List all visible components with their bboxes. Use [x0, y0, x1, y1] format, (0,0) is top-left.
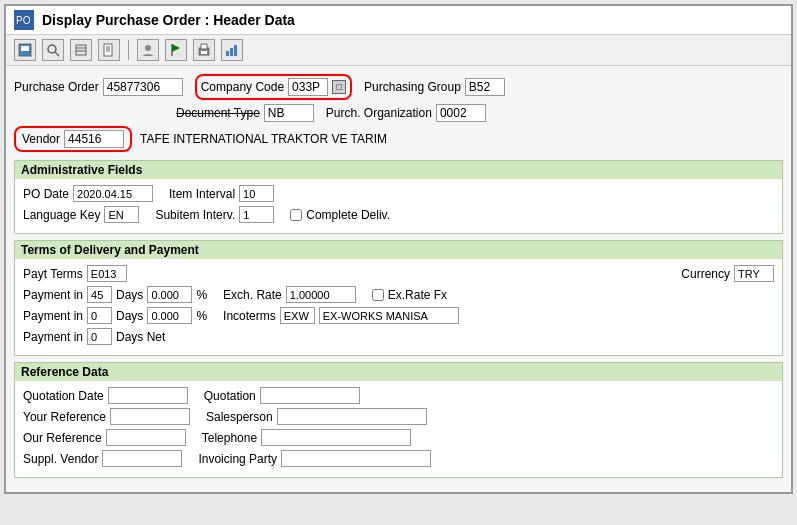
document-type-field: Document Type [176, 104, 314, 122]
suppl-vendor-input[interactable] [102, 450, 182, 467]
svg-marker-15 [172, 44, 180, 52]
toolbar-btn-user[interactable] [137, 39, 159, 61]
svg-rect-6 [76, 45, 86, 55]
purchasing-group-input[interactable] [465, 78, 505, 96]
document-type-label: Document Type [176, 106, 260, 120]
subitem-interv-input[interactable] [239, 206, 274, 223]
incoterms-field: Incoterms [223, 307, 459, 324]
purchase-order-field: Purchase Order [14, 78, 183, 96]
svg-point-13 [145, 45, 151, 51]
po-date-label: PO Date [23, 187, 69, 201]
pct-label2: % [196, 309, 207, 323]
vendor-input[interactable] [64, 130, 124, 148]
our-reference-input[interactable] [106, 429, 186, 446]
your-reference-input[interactable] [110, 408, 190, 425]
complete-deliv-group: Complete Deliv. [290, 208, 390, 222]
suppl-vendor-field: Suppl. Vendor [23, 450, 182, 467]
payment3-days-input[interactable] [87, 328, 112, 345]
incoterms-value-input[interactable] [319, 307, 459, 324]
svg-rect-3 [21, 46, 29, 51]
ex-rate-fx-checkbox[interactable] [372, 289, 384, 301]
admin-section-header: Administrative Fields [15, 161, 782, 179]
toolbar-btn-print[interactable] [193, 39, 215, 61]
purchasing-group-label: Purchasing Group [364, 80, 461, 94]
quotation-date-field: Quotation Date [23, 387, 188, 404]
toolbar-btn-save[interactable] [14, 39, 36, 61]
incoterms-code-input[interactable] [280, 307, 315, 324]
our-reference-label: Our Reference [23, 431, 102, 445]
item-interval-label: Item Interval [169, 187, 235, 201]
quotation-input[interactable] [260, 387, 360, 404]
toolbar [6, 35, 791, 66]
currency-input[interactable] [734, 265, 774, 282]
payment1-days-input[interactable] [87, 286, 112, 303]
svg-rect-17 [201, 44, 207, 49]
suppl-vendor-label: Suppl. Vendor [23, 452, 98, 466]
pct-label1: % [196, 288, 207, 302]
incoterms-label: Incoterms [223, 309, 276, 323]
company-code-circle: Company Code □ [195, 74, 352, 100]
payment2-field: Payment in Days % [23, 307, 207, 324]
svg-rect-9 [104, 44, 112, 56]
payment2-amount-input[interactable] [147, 307, 192, 324]
invoicing-party-label: Invoicing Party [198, 452, 277, 466]
purch-org-input[interactable] [436, 104, 486, 122]
payt-terms-label: Payt Terms [23, 267, 83, 281]
your-reference-label: Your Reference [23, 410, 106, 424]
quotation-field: Quotation [204, 387, 360, 404]
payment-in-label2: Payment in [23, 309, 83, 323]
your-reference-field: Your Reference [23, 408, 190, 425]
salesperson-field: Salesperson [206, 408, 427, 425]
toolbar-btn-doc[interactable] [98, 39, 120, 61]
po-date-field: PO Date [23, 185, 153, 202]
toolbar-btn-search[interactable] [42, 39, 64, 61]
telephone-label: Telephone [202, 431, 257, 445]
toolbar-btn-flag[interactable] [165, 39, 187, 61]
our-reference-field: Our Reference [23, 429, 186, 446]
payt-terms-input[interactable] [87, 265, 127, 282]
currency-label: Currency [681, 267, 730, 281]
vendor-label: Vendor [22, 132, 60, 146]
svg-rect-21 [234, 45, 237, 56]
telephone-input[interactable] [261, 429, 411, 446]
purch-org-label: Purch. Organization [326, 106, 432, 120]
vendor-name: TAFE INTERNATIONAL TRAKTOR VE TARIM [140, 132, 387, 146]
quotation-date-input[interactable] [108, 387, 188, 404]
terms-section-header: Terms of Delivery and Payment [15, 241, 782, 259]
ex-rate-fx-group: Ex.Rate Fx [372, 288, 447, 302]
days-label2: Days [116, 309, 143, 323]
complete-deliv-checkbox[interactable] [290, 209, 302, 221]
window-icon: PO [14, 10, 34, 30]
salesperson-input[interactable] [277, 408, 427, 425]
document-type-input[interactable] [264, 104, 314, 122]
complete-deliv-label: Complete Deliv. [306, 208, 390, 222]
exch-rate-input[interactable] [286, 286, 356, 303]
svg-rect-18 [201, 51, 207, 54]
language-key-label: Language Key [23, 208, 100, 222]
purch-org-field: Purch. Organization [326, 104, 486, 122]
invoicing-party-input[interactable] [281, 450, 431, 467]
item-interval-input[interactable] [239, 185, 274, 202]
admin-section: Administrative Fields PO Date Item Inter… [14, 160, 783, 234]
payment3-field: Payment in Days Net [23, 328, 165, 345]
payment1-field: Payment in Days % [23, 286, 207, 303]
svg-rect-20 [230, 48, 233, 56]
exch-rate-field: Exch. Rate [223, 286, 356, 303]
language-key-field: Language Key [23, 206, 139, 223]
toolbar-btn-edit[interactable] [70, 39, 92, 61]
company-code-input[interactable] [288, 78, 328, 96]
po-date-input[interactable] [73, 185, 153, 202]
vendor-circle: Vendor [14, 126, 132, 152]
purchase-order-input[interactable] [103, 78, 183, 96]
toolbar-btn-chart[interactable] [221, 39, 243, 61]
terms-section: Terms of Delivery and Payment Payt Terms… [14, 240, 783, 356]
purchase-order-label: Purchase Order [14, 80, 99, 94]
language-key-input[interactable] [104, 206, 139, 223]
payment2-days-input[interactable] [87, 307, 112, 324]
payment1-amount-input[interactable] [147, 286, 192, 303]
payment-in-label1: Payment in [23, 288, 83, 302]
subitem-interv-label: Subitem Interv. [155, 208, 235, 222]
currency-field: Currency [681, 265, 774, 282]
company-code-picker-icon[interactable]: □ [332, 80, 346, 94]
invoicing-party-field: Invoicing Party [198, 450, 431, 467]
